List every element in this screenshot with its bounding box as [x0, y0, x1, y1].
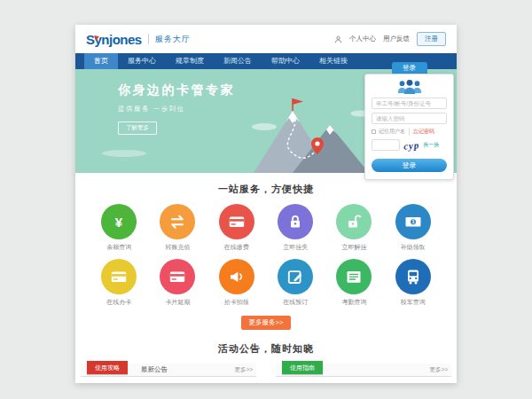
service-item-6[interactable]: 在线办卡 [90, 259, 148, 307]
service-item-11[interactable]: 校车查询 [384, 259, 442, 307]
nav-item-help-center[interactable]: 帮助中心 [262, 53, 309, 69]
service-item-2[interactable]: 在线缴费 [207, 204, 266, 252]
login-panel: 登录 记住用户名 忘记密码 cyp 换一换 [364, 62, 454, 180]
service-label: 卡片延期 [165, 298, 190, 307]
login-form: 记住用户名 忘记密码 cyp 换一换 登录 [364, 74, 454, 180]
edit-icon [278, 259, 313, 294]
captcha-input[interactable] [372, 139, 400, 151]
remember-checkbox[interactable] [372, 129, 376, 134]
services-section: 一站服务，方便快捷 ¥余额查询转账充值在线缴费立即挂失立即解挂1补助领取在线办卡… [75, 173, 457, 330]
nav-item-related-links[interactable]: 相关链接 [309, 53, 357, 69]
service-item-0[interactable]: ¥余额查询 [90, 204, 148, 252]
panel-ribbon: 使用攻略 [87, 361, 128, 374]
list-icon [336, 259, 372, 294]
panel-header: 使用指南更多>> [276, 364, 451, 377]
more-link[interactable]: 更多>> [234, 366, 253, 374]
nav-item-rules[interactable]: 规章制度 [166, 53, 214, 69]
svg-text:1: 1 [411, 219, 414, 224]
panel-ribbon: 使用指南 [282, 361, 323, 374]
card-icon [219, 204, 254, 239]
nav-item-home[interactable]: 首页 [84, 53, 118, 69]
transfer-icon [160, 204, 195, 239]
captcha-refresh-link[interactable]: 换一换 [423, 141, 439, 149]
captcha-image[interactable]: cyp [403, 139, 420, 152]
panel-tab[interactable]: 最新公告 [141, 365, 168, 374]
service-label: 补助领取 [401, 243, 426, 252]
hero-title: 你身边的卡管专家 [118, 82, 235, 98]
user-feedback-link[interactable]: 用户反馈 [383, 35, 410, 43]
captcha-row: cyp 换一换 [372, 139, 447, 151]
panel-header: 使用攻略最新公告更多>> [81, 364, 256, 377]
lock-icon [278, 204, 313, 239]
service-label: 转账充值 [165, 243, 190, 252]
register-button[interactable]: 注册 [417, 32, 446, 46]
services-grid: ¥余额查询转账充值在线缴费立即挂失立即解挂1补助领取在线办卡卡片延期拾卡招领在线… [75, 204, 457, 314]
login-submit-button[interactable]: 登录 [372, 159, 447, 172]
hero-banner: 你身边的卡管专家 提供服务 一步到位 了解更多 登录 [75, 69, 457, 173]
username-input[interactable] [372, 98, 447, 109]
yuan-icon: ¥ [101, 204, 137, 239]
service-item-5[interactable]: 1补助领取 [384, 204, 442, 252]
announcements-section: 活动公告，随时知晓 使用攻略最新公告更多>>使用指南更多>> [75, 330, 457, 377]
service-item-3[interactable]: 立即挂失 [266, 204, 325, 252]
divider [148, 34, 149, 44]
more-link[interactable]: 更多>> [429, 366, 448, 374]
announcement-panel-0: 使用攻略最新公告更多>> [81, 364, 256, 377]
mountain-illustration [246, 91, 371, 173]
personal-center-link[interactable]: 个人中心 [349, 35, 376, 43]
service-item-1[interactable]: 转账充值 [148, 204, 207, 252]
service-label: 在线预订 [283, 298, 308, 307]
users-icon [395, 79, 425, 94]
announcement-panels: 使用攻略最新公告更多>>使用指南更多>> [75, 364, 457, 377]
logo-arrow-icon [94, 34, 100, 40]
remember-label: 记住用户名 [379, 128, 405, 136]
announcement-panel-1: 使用指南更多>> [276, 364, 451, 377]
more-services-button[interactable]: 更多服务>> [241, 316, 292, 330]
service-label: 立即解挂 [341, 243, 366, 252]
service-label: 立即挂失 [283, 243, 308, 252]
hero-text: 你身边的卡管专家 提供服务 一步到位 了解更多 [118, 82, 235, 135]
site-title: 服务大厅 [155, 34, 191, 45]
page: Synjones 服务大厅 个人中心 用户反馈 注册 首页服务中心规章制度新闻公… [75, 25, 457, 383]
megaphone-icon [219, 259, 254, 294]
logo-text: Synjones [86, 32, 142, 47]
hero-cta-button[interactable]: 了解更多 [118, 121, 157, 135]
service-label: 在线办卡 [106, 298, 131, 307]
bus-icon [395, 259, 431, 294]
unlock-icon [336, 204, 372, 239]
remember-row: 记住用户名 忘记密码 [372, 128, 447, 136]
header-links: 个人中心 用户反馈 注册 [334, 32, 446, 46]
nav-item-service-center[interactable]: 服务中心 [118, 53, 166, 69]
service-item-10[interactable]: 考勤查询 [325, 259, 383, 307]
card-icon [160, 259, 195, 294]
svg-text:¥: ¥ [115, 215, 123, 230]
hero-subtitle: 提供服务 一步到位 [118, 105, 235, 113]
service-label: 余额查询 [106, 243, 131, 252]
forgot-password-link[interactable]: 忘记密码 [409, 128, 434, 136]
service-label: 在线缴费 [224, 243, 249, 252]
login-tab[interactable]: 登录 [392, 62, 427, 74]
password-input[interactable] [372, 113, 447, 124]
card-icon [101, 259, 137, 294]
service-item-7[interactable]: 卡片延期 [148, 259, 207, 307]
announcements-title: 活动公告，随时知晓 [75, 330, 457, 364]
banknote-icon: 1 [395, 204, 431, 239]
service-label: 拾卡招领 [224, 298, 249, 307]
service-label: 校车查询 [401, 298, 426, 307]
cloud-shape [102, 150, 146, 157]
service-item-4[interactable]: 立即解挂 [325, 204, 383, 252]
service-item-9[interactable]: 在线预订 [266, 259, 325, 307]
service-label: 考勤查询 [341, 298, 366, 307]
service-item-8[interactable]: 拾卡招领 [207, 259, 266, 307]
person-icon [334, 35, 342, 43]
logo[interactable]: Synjones [86, 32, 142, 47]
nav-item-news[interactable]: 新闻公告 [214, 53, 262, 69]
header: Synjones 服务大厅 个人中心 用户反馈 注册 [75, 25, 457, 53]
